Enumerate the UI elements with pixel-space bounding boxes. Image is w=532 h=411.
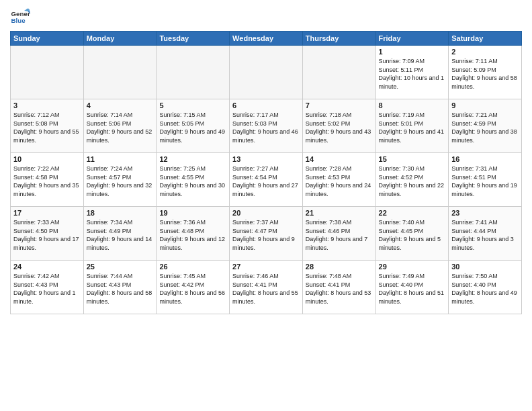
- day-cell: 1Sunrise: 7:09 AMSunset: 5:11 PMDaylight…: [375, 46, 449, 99]
- day-info: Sunrise: 7:40 AMSunset: 4:45 PMDaylight:…: [379, 218, 446, 252]
- col-header-wednesday: Wednesday: [230, 32, 303, 46]
- day-cell: 10Sunrise: 7:22 AMSunset: 4:58 PMDayligh…: [11, 153, 84, 207]
- day-number: 16: [451, 155, 519, 163]
- col-header-sunday: Sunday: [11, 32, 84, 46]
- day-number: 7: [306, 101, 373, 109]
- day-info: Sunrise: 7:19 AMSunset: 5:01 PMDaylight:…: [379, 111, 446, 144]
- day-number: 2: [451, 48, 519, 56]
- day-info: Sunrise: 7:21 AMSunset: 4:59 PMDaylight:…: [451, 111, 519, 144]
- day-cell: 27Sunrise: 7:46 AMSunset: 4:41 PMDayligh…: [230, 261, 303, 314]
- header-row: SundayMondayTuesdayWednesdayThursdayFrid…: [11, 32, 522, 46]
- day-cell: 19Sunrise: 7:36 AMSunset: 4:48 PMDayligh…: [157, 207, 230, 261]
- day-cell: [230, 46, 303, 99]
- day-info: Sunrise: 7:44 AMSunset: 4:43 PMDaylight:…: [87, 272, 154, 306]
- day-number: 21: [306, 209, 373, 217]
- col-header-thursday: Thursday: [302, 32, 375, 46]
- day-info: Sunrise: 7:42 AMSunset: 4:43 PMDaylight:…: [13, 272, 81, 306]
- day-cell: 8Sunrise: 7:19 AMSunset: 5:01 PMDaylight…: [375, 99, 449, 153]
- day-number: 11: [87, 155, 154, 163]
- day-cell: 30Sunrise: 7:50 AMSunset: 4:40 PMDayligh…: [449, 261, 522, 314]
- day-number: 23: [451, 209, 519, 217]
- day-number: 4: [87, 101, 154, 109]
- day-cell: 3Sunrise: 7:12 AMSunset: 5:08 PMDaylight…: [11, 99, 84, 153]
- day-number: 24: [13, 263, 81, 271]
- day-cell: [11, 46, 84, 99]
- day-info: Sunrise: 7:15 AMSunset: 5:05 PMDaylight:…: [159, 111, 226, 144]
- day-cell: 22Sunrise: 7:40 AMSunset: 4:45 PMDayligh…: [375, 207, 449, 261]
- day-number: 5: [159, 101, 226, 109]
- calendar-table: SundayMondayTuesdayWednesdayThursdayFrid…: [10, 31, 522, 314]
- day-number: 19: [159, 209, 226, 217]
- day-cell: 11Sunrise: 7:24 AMSunset: 4:57 PMDayligh…: [83, 153, 157, 207]
- day-cell: [157, 46, 230, 99]
- day-cell: 15Sunrise: 7:30 AMSunset: 4:52 PMDayligh…: [375, 153, 449, 207]
- day-cell: 26Sunrise: 7:45 AMSunset: 4:42 PMDayligh…: [157, 261, 230, 314]
- day-cell: 16Sunrise: 7:31 AMSunset: 4:51 PMDayligh…: [449, 153, 522, 207]
- day-number: 10: [13, 155, 81, 163]
- svg-text:Blue: Blue: [11, 17, 26, 24]
- day-info: Sunrise: 7:46 AMSunset: 4:41 PMDaylight:…: [232, 272, 300, 306]
- col-header-tuesday: Tuesday: [157, 32, 230, 46]
- logo: General Blue: [10, 7, 30, 27]
- day-number: 1: [379, 48, 446, 56]
- week-row-1: 1Sunrise: 7:09 AMSunset: 5:11 PMDaylight…: [11, 46, 522, 99]
- week-row-3: 10Sunrise: 7:22 AMSunset: 4:58 PMDayligh…: [11, 153, 522, 207]
- day-cell: 23Sunrise: 7:41 AMSunset: 4:44 PMDayligh…: [449, 207, 522, 261]
- day-cell: 20Sunrise: 7:37 AMSunset: 4:47 PMDayligh…: [230, 207, 303, 261]
- day-info: Sunrise: 7:12 AMSunset: 5:08 PMDaylight:…: [13, 111, 81, 144]
- day-number: 8: [379, 101, 446, 109]
- day-info: Sunrise: 7:25 AMSunset: 4:55 PMDaylight:…: [159, 165, 226, 198]
- day-number: 20: [232, 209, 300, 217]
- day-info: Sunrise: 7:31 AMSunset: 4:51 PMDaylight:…: [451, 165, 519, 198]
- day-number: 14: [306, 155, 373, 163]
- day-cell: 28Sunrise: 7:48 AMSunset: 4:41 PMDayligh…: [302, 261, 375, 314]
- day-cell: [83, 46, 157, 99]
- day-cell: 25Sunrise: 7:44 AMSunset: 4:43 PMDayligh…: [83, 261, 157, 314]
- day-number: 17: [13, 209, 81, 217]
- day-info: Sunrise: 7:30 AMSunset: 4:52 PMDaylight:…: [379, 165, 446, 198]
- day-info: Sunrise: 7:38 AMSunset: 4:46 PMDaylight:…: [306, 218, 373, 252]
- day-info: Sunrise: 7:22 AMSunset: 4:58 PMDaylight:…: [13, 165, 81, 198]
- day-number: 22: [379, 209, 446, 217]
- day-number: 28: [306, 263, 373, 271]
- day-cell: 21Sunrise: 7:38 AMSunset: 4:46 PMDayligh…: [302, 207, 375, 261]
- day-cell: 4Sunrise: 7:14 AMSunset: 5:06 PMDaylight…: [83, 99, 157, 153]
- header: General Blue: [10, 7, 522, 27]
- day-number: 29: [379, 263, 446, 271]
- day-cell: 12Sunrise: 7:25 AMSunset: 4:55 PMDayligh…: [157, 153, 230, 207]
- day-number: 3: [13, 101, 81, 109]
- day-cell: 29Sunrise: 7:49 AMSunset: 4:40 PMDayligh…: [375, 261, 449, 314]
- day-cell: 14Sunrise: 7:28 AMSunset: 4:53 PMDayligh…: [302, 153, 375, 207]
- day-info: Sunrise: 7:33 AMSunset: 4:50 PMDaylight:…: [13, 218, 81, 252]
- day-number: 13: [232, 155, 300, 163]
- day-info: Sunrise: 7:50 AMSunset: 4:40 PMDaylight:…: [451, 272, 519, 306]
- day-cell: 9Sunrise: 7:21 AMSunset: 4:59 PMDaylight…: [449, 99, 522, 153]
- day-number: 12: [159, 155, 226, 163]
- col-header-saturday: Saturday: [449, 32, 522, 46]
- day-info: Sunrise: 7:24 AMSunset: 4:57 PMDaylight:…: [87, 165, 154, 198]
- week-row-4: 17Sunrise: 7:33 AMSunset: 4:50 PMDayligh…: [11, 207, 522, 261]
- day-info: Sunrise: 7:49 AMSunset: 4:40 PMDaylight:…: [379, 272, 446, 306]
- day-cell: 6Sunrise: 7:17 AMSunset: 5:03 PMDaylight…: [230, 99, 303, 153]
- day-number: 18: [87, 209, 154, 217]
- day-info: Sunrise: 7:11 AMSunset: 5:09 PMDaylight:…: [451, 57, 519, 91]
- day-info: Sunrise: 7:48 AMSunset: 4:41 PMDaylight:…: [306, 272, 373, 306]
- week-row-5: 24Sunrise: 7:42 AMSunset: 4:43 PMDayligh…: [11, 261, 522, 314]
- day-info: Sunrise: 7:17 AMSunset: 5:03 PMDaylight:…: [232, 111, 300, 144]
- week-row-2: 3Sunrise: 7:12 AMSunset: 5:08 PMDaylight…: [11, 99, 522, 153]
- day-number: 26: [159, 263, 226, 271]
- day-cell: 2Sunrise: 7:11 AMSunset: 5:09 PMDaylight…: [449, 46, 522, 99]
- day-number: 9: [451, 101, 519, 109]
- day-cell: 5Sunrise: 7:15 AMSunset: 5:05 PMDaylight…: [157, 99, 230, 153]
- day-info: Sunrise: 7:36 AMSunset: 4:48 PMDaylight:…: [159, 218, 226, 252]
- day-number: 30: [451, 263, 519, 271]
- day-cell: 7Sunrise: 7:18 AMSunset: 5:02 PMDaylight…: [302, 99, 375, 153]
- col-header-monday: Monday: [83, 32, 157, 46]
- day-info: Sunrise: 7:28 AMSunset: 4:53 PMDaylight:…: [306, 165, 373, 198]
- day-info: Sunrise: 7:18 AMSunset: 5:02 PMDaylight:…: [306, 111, 373, 144]
- day-info: Sunrise: 7:45 AMSunset: 4:42 PMDaylight:…: [159, 272, 226, 306]
- day-number: 25: [87, 263, 154, 271]
- page: General Blue SundayMondayTuesdayWednesda…: [0, 0, 532, 411]
- day-cell: 18Sunrise: 7:34 AMSunset: 4:49 PMDayligh…: [83, 207, 157, 261]
- day-info: Sunrise: 7:37 AMSunset: 4:47 PMDaylight:…: [232, 218, 300, 252]
